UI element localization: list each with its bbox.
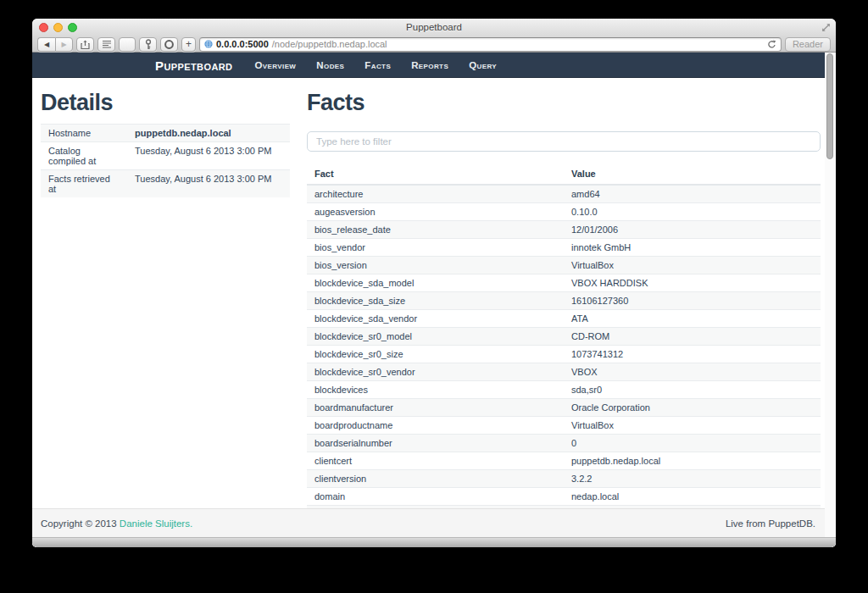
fact-value: 0.10.0 [564, 203, 821, 221]
fact-value: ATA [564, 310, 821, 328]
fact-name: augeasversion [307, 203, 564, 221]
nav-item: Overview [244, 60, 306, 70]
details-label: Catalog compiled at [41, 142, 127, 170]
fact-row: boardmanufacturer Oracle Corporation [307, 399, 821, 417]
fact-row: blockdevice_sda_model VBOX HARDDISK [307, 274, 821, 292]
nav-link[interactable]: Overview [244, 60, 306, 70]
fact-value: CD-ROM [564, 328, 821, 346]
nav-item: Nodes [306, 60, 354, 70]
fact-row: facterversion 1.7.1 [307, 506, 821, 509]
live-from-puppetdb: Live from PuppetDB. [726, 518, 815, 529]
blank-toolbar-button[interactable] [119, 37, 136, 52]
fact-value: 3.2.2 [564, 470, 821, 488]
facts-col-value: Value [564, 165, 821, 185]
fact-row: bios_vendor innotek GmbH [307, 239, 821, 257]
new-tab-button[interactable]: + [181, 37, 196, 52]
fact-value: 16106127360 [564, 292, 821, 310]
fact-name: facterversion [307, 506, 564, 509]
nav-items: Overview Nodes Facts Reports Query [244, 60, 507, 70]
fact-value: 1.7.1 [564, 506, 821, 509]
fact-row: boardserialnumber 0 [307, 435, 821, 452]
fact-row: augeasversion 0.10.0 [307, 203, 821, 221]
fact-row: blockdevices sda,sr0 [307, 381, 821, 399]
fact-value: VBOX HARDDISK [564, 274, 821, 292]
fact-name: boardmanufacturer [307, 399, 564, 417]
nav-item: Facts [354, 60, 401, 70]
details-row: Catalog compiled at Tuesday, August 6 20… [41, 142, 290, 170]
fact-name: blockdevice_sda_vendor [307, 310, 564, 328]
details-value: puppetdb.nedap.local [127, 125, 290, 142]
navbar: Puppetboard Overview Nodes Facts Reports… [32, 53, 836, 78]
window-title: Puppetboard [32, 22, 836, 32]
details-row: Facts retrieved at Tuesday, August 6 201… [41, 170, 290, 198]
fact-value: nedap.local [564, 488, 821, 506]
nav-link[interactable]: Reports [401, 60, 459, 70]
titlebar: Puppetboard [32, 19, 836, 36]
fact-value: innotek GmbH [564, 239, 821, 257]
fact-value: VBOX [564, 363, 821, 381]
details-value: Tuesday, August 6 2013 3:00 PM [127, 142, 290, 170]
nav-link[interactable]: Facts [354, 60, 401, 70]
fact-name: blockdevice_sr0_model [307, 328, 564, 346]
copyright-text: Copyright © 2013 [41, 518, 120, 529]
fact-name: blockdevice_sr0_vendor [307, 363, 564, 381]
page-footer: Copyright © 2013 Daniele Sluijters. Live… [32, 508, 836, 537]
facts-filter-input[interactable] [307, 131, 821, 152]
fact-value: Oracle Corporation [564, 399, 821, 417]
url-path: /node/puppetdb.nedap.local [272, 39, 387, 49]
page-content: Details Hostname puppetdb.nedap.local [32, 78, 836, 508]
nav-link[interactable]: Nodes [306, 60, 354, 70]
reader-button[interactable]: Reader [785, 37, 831, 52]
browser-window: Puppetboard ◀ ▶ [32, 19, 836, 547]
navbar-brand[interactable]: Puppetboard [155, 58, 232, 73]
fact-name: blockdevice_sda_model [307, 274, 564, 292]
address-bar[interactable]: 0.0.0.0:5000/node/puppetdb.nedap.local [199, 37, 782, 52]
details-title: Details [41, 90, 290, 116]
fact-row: clientcert puppetdb.nedap.local [307, 452, 821, 470]
facts-title: Facts [307, 90, 821, 116]
key-icon[interactable] [139, 37, 157, 52]
scrollbar-track[interactable] [825, 53, 836, 537]
fact-name: clientversion [307, 470, 564, 488]
facts-table: Fact Value architecture amd64 [307, 165, 821, 508]
reading-list-icon[interactable] [97, 37, 115, 52]
fact-row: blockdevice_sr0_model CD-ROM [307, 328, 821, 346]
details-label: Hostname [41, 125, 127, 142]
details-label: Facts retrieved at [41, 170, 127, 198]
fact-row: blockdevice_sr0_vendor VBOX [307, 363, 821, 381]
nav-link[interactable]: Query [459, 60, 507, 70]
fact-value: 1073741312 [564, 346, 821, 363]
page-viewport: Puppetboard Overview Nodes Facts Reports… [32, 53, 836, 547]
share-button[interactable] [76, 37, 94, 52]
fact-row: domain nedap.local [307, 488, 821, 506]
fact-row: blockdevice_sda_vendor ATA [307, 310, 821, 328]
fact-name: blockdevice_sr0_size [307, 346, 564, 363]
fact-row: clientversion 3.2.2 [307, 470, 821, 488]
fact-name: boardproductname [307, 417, 564, 435]
fact-row: bios_release_date 12/01/2006 [307, 221, 821, 239]
fact-value: puppetdb.nedap.local [564, 452, 821, 470]
facts-col-fact: Fact [307, 165, 564, 185]
fact-row: bios_version VirtualBox [307, 257, 821, 274]
fact-name: boardserialnumber [307, 435, 564, 452]
details-section: Details Hostname puppetdb.nedap.local [41, 78, 290, 508]
fact-value: amd64 [564, 185, 821, 203]
fact-value: 12/01/2006 [564, 221, 821, 239]
fact-name: bios_release_date [307, 221, 564, 239]
fact-value: sda,sr0 [564, 381, 821, 399]
forward-button[interactable]: ▶ [55, 37, 73, 52]
facts-header-row: Fact Value [307, 165, 821, 185]
fact-value: VirtualBox [564, 417, 821, 435]
browser-chrome: Puppetboard ◀ ▶ [32, 19, 836, 53]
fact-name: blockdevices [307, 381, 564, 399]
scrollbar-thumb[interactable] [826, 53, 833, 159]
fact-row: architecture amd64 [307, 185, 821, 203]
fact-row: blockdevice_sda_size 16106127360 [307, 292, 821, 310]
refresh-icon[interactable] [767, 40, 776, 49]
back-button[interactable]: ◀ [37, 37, 55, 52]
fact-name: bios_version [307, 257, 564, 274]
author-link[interactable]: Daniele Sluijters. [120, 518, 192, 529]
fact-name: architecture [307, 185, 564, 203]
extension-ring-icon[interactable] [160, 37, 178, 52]
fullscreen-icon[interactable] [821, 23, 831, 32]
